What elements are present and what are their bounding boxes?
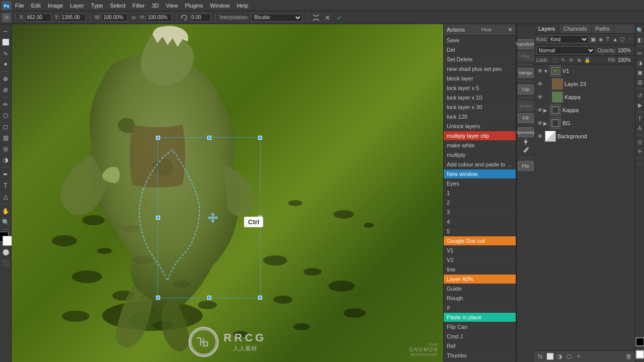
- gradients-btn[interactable]: ▥: [636, 78, 644, 86]
- layer-group-button[interactable]: ⬡: [565, 352, 573, 360]
- layer-filter-adjust[interactable]: ◈: [598, 36, 604, 43]
- menu-window[interactable]: Window: [207, 2, 233, 10]
- action-item-2[interactable]: Set Delete: [444, 55, 516, 64]
- action-item-13[interactable]: Add colour and paste to layer: [444, 160, 516, 169]
- layer-row-kappa-inner[interactable]: 👁 Kappa: [534, 90, 635, 104]
- layer-row-layer23[interactable]: 👁 Layer 23: [534, 77, 635, 90]
- h-input[interactable]: [146, 14, 172, 22]
- menu-type[interactable]: Type: [88, 2, 106, 10]
- action-item-31[interactable]: Cmd J: [444, 332, 516, 341]
- group-arrow-bg[interactable]: ▶: [543, 121, 548, 126]
- action-item-21[interactable]: Google Doc cut: [444, 236, 516, 246]
- eraser-tool[interactable]: ◻: [1, 122, 11, 132]
- menu-edit[interactable]: Edit: [28, 2, 44, 10]
- blur-tool[interactable]: ◎: [1, 144, 11, 154]
- lock-all-btn[interactable]: 🔒: [584, 57, 590, 63]
- dodge-tool[interactable]: ◑: [1, 155, 11, 165]
- color-swatches[interactable]: [0, 232, 13, 246]
- layer-filter-pixel[interactable]: ▣: [590, 36, 596, 43]
- action-item-18[interactable]: 3: [444, 208, 516, 217]
- fill-button[interactable]: Fill: [518, 113, 534, 123]
- visibility-eye-layer23[interactable]: 👁: [536, 81, 543, 87]
- hand-tool[interactable]: ✋: [1, 206, 11, 216]
- layer-row-v1-group[interactable]: 👁 ▼ V1: [534, 64, 635, 77]
- layer-delete-button[interactable]: 🗑: [625, 352, 633, 360]
- flip-button[interactable]: Flip: [518, 161, 534, 171]
- gradient-tool[interactable]: ▥: [1, 133, 11, 143]
- merge-button[interactable]: Merge: [518, 68, 534, 78]
- opacity-value[interactable]: 100%: [618, 48, 633, 53]
- visibility-eye-bg[interactable]: 👁: [536, 120, 543, 126]
- type-tools-btn[interactable]: T: [636, 115, 644, 123]
- menu-filter[interactable]: Filter: [129, 2, 147, 10]
- symmetry-edit-icon[interactable]: [522, 146, 529, 153]
- actions-btn[interactable]: ▶: [636, 101, 644, 109]
- menu-plugins[interactable]: Plugins: [182, 2, 206, 10]
- visibility-eye-background[interactable]: 👁: [536, 133, 543, 139]
- layer-filter-type[interactable]: T: [605, 36, 611, 43]
- menu-view[interactable]: View: [163, 2, 181, 10]
- actions-close-button[interactable]: ✕: [508, 26, 513, 33]
- action-item-16[interactable]: 1: [444, 189, 516, 198]
- swatches-btn[interactable]: ▣: [636, 68, 644, 76]
- action-item-1[interactable]: Del: [444, 45, 516, 55]
- search-icon-btn[interactable]: 🔍: [636, 26, 644, 34]
- character-btn[interactable]: A: [636, 124, 644, 132]
- link-icon[interactable]: [131, 15, 137, 21]
- fill-value[interactable]: 100%: [618, 57, 633, 63]
- layer-adjustment-button[interactable]: ◑: [555, 352, 564, 360]
- tab-channels[interactable]: Channels: [559, 24, 591, 33]
- action-item-10[interactable]: multiply layer clip: [444, 131, 516, 141]
- action-item-12[interactable]: multiply: [444, 150, 516, 160]
- invert-button[interactable]: Invert: [518, 101, 534, 111]
- quick-mask-tool[interactable]: ⬤: [1, 247, 11, 257]
- transform-button[interactable]: Transform: [518, 39, 534, 49]
- brush-settings-btn[interactable]: ✏: [636, 49, 644, 57]
- menu-3d[interactable]: 3D: [149, 2, 162, 10]
- visibility-eye-kappa-inner[interactable]: 👁: [536, 94, 543, 100]
- menu-image[interactable]: Image: [45, 2, 66, 10]
- canvas-area[interactable]: Ctrl RRCG 人人素材: [12, 24, 443, 362]
- shape-tool[interactable]: △: [1, 192, 11, 202]
- action-item-17[interactable]: 2: [444, 198, 516, 208]
- visibility-eye-v1[interactable]: 👁: [536, 68, 543, 74]
- y-input[interactable]: [60, 14, 86, 22]
- brush-tool[interactable]: ✏: [1, 100, 11, 110]
- action-item-11[interactable]: make white: [444, 141, 516, 150]
- crop-tool[interactable]: ⊕: [1, 74, 11, 84]
- lasso-tool[interactable]: ∿: [1, 48, 11, 58]
- text-tool[interactable]: T: [1, 180, 11, 191]
- action-item-8[interactable]: lock 120: [444, 112, 516, 122]
- layer-filter-more[interactable]: ⋯: [627, 36, 633, 43]
- layer-new-button[interactable]: +: [575, 352, 583, 360]
- lock-artboard-btn[interactable]: ⊕: [576, 57, 582, 63]
- actions-float-button[interactable]: Float: [481, 27, 492, 32]
- magic-wand-tool[interactable]: ✦: [1, 59, 11, 69]
- menu-select[interactable]: Select: [107, 2, 129, 10]
- action-item-33[interactable]: Thumbs: [444, 351, 516, 360]
- heal-btn[interactable]: ✛: [636, 147, 644, 155]
- menu-help[interactable]: Help: [234, 2, 252, 10]
- selection-tool[interactable]: ⬜: [1, 37, 11, 47]
- action-item-5[interactable]: lock layer x 5: [444, 83, 516, 93]
- stamp-tool[interactable]: ⬡: [1, 111, 11, 121]
- action-item-28[interactable]: #: [444, 303, 516, 313]
- lock-image-btn[interactable]: ✎: [560, 57, 566, 63]
- group-arrow-kappa[interactable]: ▶: [543, 108, 548, 113]
- action-item-14[interactable]: New window: [444, 169, 516, 179]
- w-input[interactable]: [102, 14, 128, 22]
- layer-row-kappa-group[interactable]: 👁 ▶ Kappa: [534, 104, 635, 117]
- action-item-9[interactable]: Unlock layers: [444, 122, 516, 131]
- action-item-24[interactable]: line: [444, 265, 516, 275]
- layer-filter-shape[interactable]: ▲: [612, 36, 618, 43]
- layer-filter-smart[interactable]: ⬡: [620, 36, 626, 43]
- action-item-32[interactable]: Ref: [444, 341, 516, 351]
- layer-fx-button[interactable]: fx: [536, 352, 544, 360]
- history-btn[interactable]: ↺: [636, 92, 644, 100]
- menu-file[interactable]: File: [12, 2, 27, 10]
- lock-transparent-btn[interactable]: ⬚: [552, 57, 558, 63]
- action-item-3[interactable]: new shad plus set pen: [444, 64, 516, 74]
- action-item-26[interactable]: Guide: [444, 284, 516, 294]
- layer-mask-button[interactable]: ⬜: [546, 352, 554, 360]
- action-item-27[interactable]: Rough: [444, 294, 516, 303]
